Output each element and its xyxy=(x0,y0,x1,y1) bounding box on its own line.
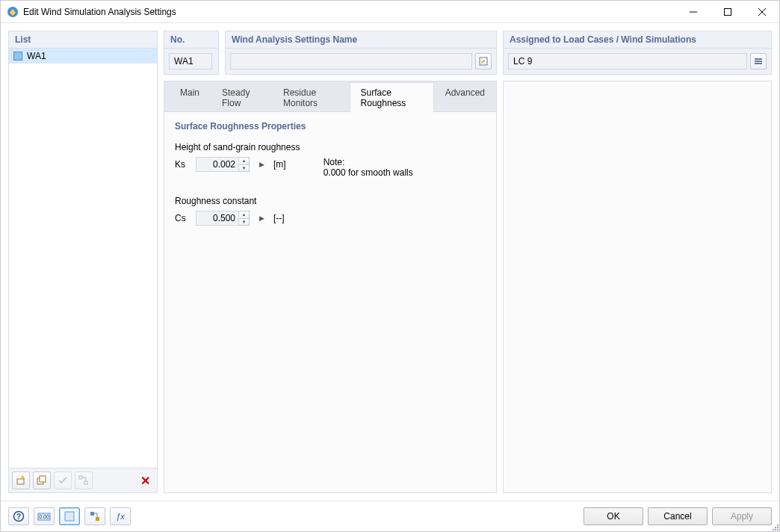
list-header: List xyxy=(9,31,157,49)
hierarchy-button[interactable] xyxy=(84,507,105,525)
svg-rect-9 xyxy=(755,61,762,62)
maximize-button[interactable] xyxy=(711,1,745,23)
no-header: No. xyxy=(164,31,218,49)
svg-rect-17 xyxy=(96,517,99,521)
view-button[interactable] xyxy=(59,507,80,525)
assigned-list-button[interactable] xyxy=(750,53,767,69)
close-button[interactable] xyxy=(745,1,779,23)
units-button[interactable]: 0.00 xyxy=(34,507,55,525)
bottom-bar: ? 0.00 ƒx OK Cancel Apply xyxy=(1,501,779,531)
svg-rect-5 xyxy=(79,476,82,479)
ks-row: Ks ▲ ▼ ▶ [m] xyxy=(175,157,286,172)
ks-menu-button[interactable]: ▶ xyxy=(256,157,267,172)
delete-button[interactable]: ✕ xyxy=(136,471,154,489)
minimize-button[interactable] xyxy=(676,1,711,23)
svg-rect-2 xyxy=(17,479,24,484)
help-button[interactable]: ? xyxy=(8,507,29,525)
app-icon xyxy=(7,6,19,18)
assigned-header: Assigned to Load Cases / Wind Simulation… xyxy=(504,31,771,49)
svg-rect-16 xyxy=(90,512,94,516)
svg-rect-15 xyxy=(65,512,74,521)
edit-name-button[interactable] xyxy=(475,53,492,69)
ok-button[interactable]: OK xyxy=(584,507,643,525)
ks-input[interactable] xyxy=(196,157,239,172)
svg-text:?: ? xyxy=(16,513,21,521)
window-title: Edit Wind Simulation Analysis Settings xyxy=(23,7,676,17)
height-label: Height of sand-grain roughness xyxy=(175,142,486,152)
cs-spin-down[interactable]: ▼ xyxy=(239,219,249,226)
svg-rect-4 xyxy=(40,476,46,482)
tree-button xyxy=(75,471,93,489)
content-row: Main Steady Flow Residue Monitors Surfac… xyxy=(164,81,772,493)
cancel-button[interactable]: Cancel xyxy=(648,507,708,525)
tab-main[interactable]: Main xyxy=(169,82,211,112)
name-input[interactable] xyxy=(230,53,472,69)
check-button xyxy=(54,471,72,489)
tab-advanced[interactable]: Advanced xyxy=(434,82,496,112)
section-title: Surface Roughness Properties xyxy=(175,121,486,132)
list-body: WA1 xyxy=(9,49,157,468)
ks-unit: [m] xyxy=(273,159,286,170)
cs-unit: [--] xyxy=(273,213,285,223)
ks-spin-down[interactable]: ▼ xyxy=(239,165,249,172)
function-button[interactable]: ƒx xyxy=(110,507,131,525)
main-area: List WA1 ✕ No. xyxy=(1,23,779,501)
cs-spin-up[interactable]: ▲ xyxy=(239,211,249,219)
content-left: Main Steady Flow Residue Monitors Surfac… xyxy=(164,81,497,493)
assigned-input[interactable] xyxy=(508,53,747,69)
list-panel: List WA1 ✕ xyxy=(8,31,158,493)
no-input[interactable] xyxy=(169,53,212,69)
right-area: No. Wind Analysis Settings Name Assigned… xyxy=(164,31,772,493)
list-toolbar: ✕ xyxy=(9,468,157,492)
resize-grip[interactable] xyxy=(771,523,779,531)
list-item[interactable]: WA1 xyxy=(9,49,157,64)
name-header: Wind Analysis Settings Name xyxy=(226,31,496,49)
ks-spinner[interactable]: ▲ ▼ xyxy=(196,157,250,172)
content-right xyxy=(503,81,772,493)
assigned-group: Assigned to Load Cases / Wind Simulation… xyxy=(503,31,772,75)
new-item-button[interactable] xyxy=(12,471,30,489)
tab-residue-monitors[interactable]: Residue Monitors xyxy=(272,82,350,112)
tab-strip: Main Steady Flow Residue Monitors Surfac… xyxy=(164,81,496,112)
svg-rect-6 xyxy=(84,481,87,484)
cs-spinner[interactable]: ▲ ▼ xyxy=(196,211,250,226)
cs-row: Cs ▲ ▼ ▶ [--] xyxy=(175,211,486,226)
ks-spin-up[interactable]: ▲ xyxy=(239,158,249,165)
apply-button[interactable]: Apply xyxy=(712,507,772,525)
svg-rect-1 xyxy=(725,8,731,15)
list-item-label: WA1 xyxy=(27,51,46,61)
tab-surface-roughness[interactable]: Surface Roughness xyxy=(350,82,434,112)
roughness-label: Roughness constant xyxy=(175,196,486,206)
no-group: No. xyxy=(164,31,219,75)
ks-label: Ks xyxy=(175,159,191,170)
note-block: Note: 0.000 for smooth walls xyxy=(324,157,413,178)
surface-roughness-pane: Surface Roughness Properties Height of s… xyxy=(164,112,496,492)
cs-label: Cs xyxy=(175,213,191,223)
cs-menu-button[interactable]: ▶ xyxy=(256,211,267,226)
note-text: 0.000 for smooth walls xyxy=(324,167,413,178)
titlebar: Edit Wind Simulation Analysis Settings xyxy=(1,1,779,23)
tab-steady-flow[interactable]: Steady Flow xyxy=(211,82,272,112)
item-color-icon xyxy=(13,52,22,61)
svg-rect-10 xyxy=(755,63,762,64)
svg-text:ƒx: ƒx xyxy=(116,512,125,521)
top-fields-row: No. Wind Analysis Settings Name Assigned… xyxy=(164,31,772,75)
copy-item-button[interactable] xyxy=(33,471,51,489)
svg-text:0.00: 0.00 xyxy=(39,514,49,519)
note-label: Note: xyxy=(324,157,413,167)
cs-input[interactable] xyxy=(196,211,239,226)
name-group: Wind Analysis Settings Name xyxy=(225,31,497,75)
svg-rect-8 xyxy=(755,58,762,60)
